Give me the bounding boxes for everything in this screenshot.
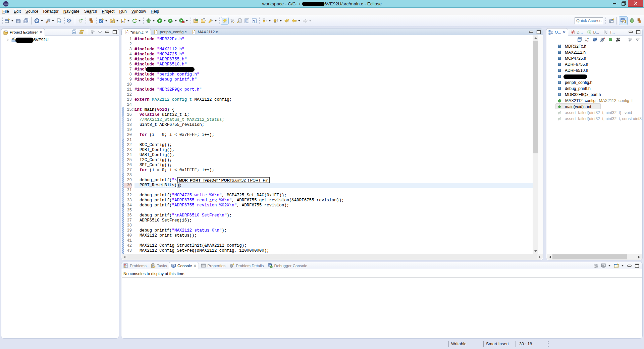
new-c-folder-button[interactable]: c <box>110 18 115 23</box>
new-c-project-button[interactable]: C <box>99 18 104 23</box>
scroll-up-icon[interactable] <box>533 35 538 41</box>
code-editor[interactable]: 1234567891011121314151617181920212223242… <box>122 35 543 260</box>
make-target-button[interactable] <box>132 18 137 23</box>
tab-problems[interactable]: Problems <box>121 262 149 269</box>
menu-help[interactable]: Help <box>148 8 161 14</box>
minimize-button[interactable] <box>105 29 110 35</box>
horizontal-scrollbar[interactable] <box>547 254 642 260</box>
menu-edit[interactable]: Edit <box>11 8 23 14</box>
pin-console-button[interactable] <box>593 263 599 268</box>
binary-file-button[interactable]: 010 <box>56 18 62 23</box>
bricks-perspective-button[interactable] <box>636 18 642 23</box>
prev-annotation-dropdown[interactable] <box>280 20 282 21</box>
scrollbar-thumb[interactable] <box>533 41 538 153</box>
cpp-perspective-perspective-button[interactable]: C <box>619 16 628 25</box>
tab-project-explorer[interactable]: Project Explorer✕ <box>1 28 45 36</box>
display-console-button[interactable] <box>601 263 606 268</box>
close-tab-icon[interactable]: ✕ <box>145 30 148 34</box>
external-tools-button[interactable] <box>179 18 184 23</box>
tab-t[interactable]: T... <box>601 29 617 36</box>
scroll-left-icon[interactable] <box>547 254 552 260</box>
mark-occurrences-button[interactable] <box>222 18 227 23</box>
expander-icon[interactable] <box>6 38 9 42</box>
target-clock-button[interactable] <box>34 18 40 23</box>
dropdown-arrow[interactable] <box>622 265 624 266</box>
open-folder-orbs-button[interactable] <box>193 18 199 23</box>
maximize-button[interactable] <box>636 29 641 35</box>
target-clock-dropdown[interactable] <box>41 20 43 21</box>
horizontal-scrollbar[interactable] <box>122 254 543 260</box>
search-flashlight-button[interactable] <box>208 18 213 23</box>
close-tab-icon[interactable]: ✕ <box>39 30 43 34</box>
outline-item-max2112-h[interactable]: MAX2112.h <box>547 49 586 55</box>
debug-bug-dropdown[interactable] <box>153 20 155 21</box>
hide-static-button[interactable]: S <box>600 37 605 42</box>
prev-annotation-button[interactable] <box>273 18 278 23</box>
forward-button[interactable] <box>303 18 308 23</box>
collapse-all-button[interactable] <box>577 37 582 42</box>
outline-item-mcp4725-h[interactable]: MCP4725.h <box>547 55 586 61</box>
menu-file[interactable]: File <box>0 8 11 14</box>
minimize-button[interactable] <box>529 29 534 35</box>
tab-properties[interactable]: Properties <box>199 262 227 269</box>
scroll-left-icon[interactable] <box>122 254 127 260</box>
tab-tasks[interactable]: Tasks <box>149 262 169 269</box>
new-c-folder-dropdown[interactable] <box>116 20 118 21</box>
save-button[interactable] <box>16 18 21 23</box>
outline-item-mdr32fx-h[interactable]: MDR32Fx.h <box>547 43 586 49</box>
public-dot-button[interactable] <box>608 37 613 42</box>
code-text[interactable]: #include "MDR32Fx.h"#include "MAX2112.h"… <box>135 35 533 254</box>
make-target-dropdown[interactable] <box>139 20 141 21</box>
outline-item-debug-printf-h[interactable]: debug_printf.h <box>547 86 591 92</box>
scroll-right-icon[interactable] <box>537 254 543 260</box>
menu-refactor[interactable]: Refactor <box>41 8 61 14</box>
new-c-project-dropdown[interactable] <box>105 20 107 21</box>
editor-tab-main-c[interactable]: .c*main.c✕ <box>121 29 151 35</box>
outline-item-max2112-config[interactable]: MAX2112_config : MAX2112_config_t <box>547 98 633 104</box>
tab-d[interactable]: D... <box>568 29 585 36</box>
menu-navigate[interactable]: Navigate <box>61 8 82 14</box>
outline-item-redacted[interactable] <box>547 73 587 80</box>
search-flashlight-dropdown[interactable] <box>215 20 217 21</box>
tree-item-project[interactable]: C6VE92U <box>1 37 49 43</box>
tab-problem-details[interactable]: Problem Details <box>227 262 266 269</box>
scroll-down-icon[interactable] <box>533 248 538 254</box>
scrollbar-thumb[interactable] <box>127 254 537 259</box>
view-menu-button[interactable] <box>97 29 103 35</box>
menu-project[interactable]: Project <box>100 8 117 14</box>
next-annotation-button[interactable] <box>262 18 267 23</box>
menu-run[interactable]: Run <box>117 8 129 14</box>
editor-tab-max2112-c[interactable]: .cMAX2112.c <box>189 29 220 35</box>
menu-source[interactable]: Source <box>23 8 41 14</box>
back-dropdown[interactable] <box>298 20 300 21</box>
build-hammer-dropdown[interactable] <box>52 20 54 21</box>
view-menu-button[interactable] <box>635 37 640 42</box>
focus-dots-button[interactable] <box>627 37 633 42</box>
maximize-button[interactable] <box>634 263 640 268</box>
outline-item-assert-failed-uint32-t-uint32-t-void[interactable]: assert_failed(uint32_t, uint32_t) : void <box>547 110 632 116</box>
menu-window[interactable]: Window <box>129 8 148 14</box>
launch-refresh-button[interactable] <box>78 18 83 23</box>
link-editor-doc-button[interactable] <box>237 18 242 23</box>
open-perspective-perspective-button[interactable] <box>609 18 614 23</box>
external-tools-dropdown[interactable] <box>186 20 188 21</box>
maximize-button[interactable] <box>536 29 541 35</box>
sort-az-button[interactable]: az <box>585 37 590 42</box>
minimize-button[interactable] <box>628 29 634 35</box>
new-wizard-dropdown[interactable] <box>11 20 13 21</box>
tab-b[interactable]: B... <box>585 29 601 36</box>
window-close-button[interactable] <box>628 0 643 7</box>
menu-search[interactable]: Search <box>82 8 100 14</box>
debug-bug-button[interactable] <box>146 18 151 23</box>
run-history-dropdown[interactable] <box>175 20 177 21</box>
quick-access-input[interactable] <box>575 17 603 24</box>
show-whitespace-button[interactable]: ¶ <box>252 18 257 23</box>
show-source-button[interactable] <box>244 18 250 23</box>
close-tab-icon[interactable]: ✕ <box>193 264 197 268</box>
open-console-button[interactable] <box>614 263 619 268</box>
window-minimize-button[interactable] <box>610 0 619 7</box>
new-c-file-button[interactable]: c <box>121 18 126 23</box>
outline-item-mdr32f9qx-port-h[interactable]: MDR32F9Qx_port.h <box>547 92 601 98</box>
focus-dots-button[interactable] <box>90 29 95 35</box>
hide-inactive-button[interactable] <box>615 37 621 42</box>
